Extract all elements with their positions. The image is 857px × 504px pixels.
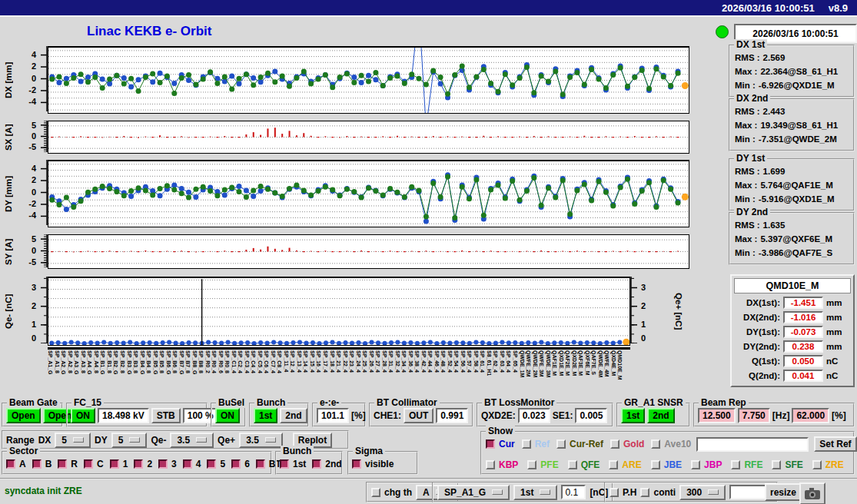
chart-qe-yaxis-right: Qe+ [nC]3210: [630, 277, 699, 346]
sector-B-checkbox[interactable]: [32, 459, 42, 469]
bpm-label: SP_52_4: [447, 350, 453, 373]
sector-5-checkbox[interactable]: [207, 459, 216, 469]
range-qep-dropdown[interactable]: 3.5: [239, 433, 283, 448]
bpm-label: SP_B8_G: [192, 350, 198, 375]
show-PFE-checkbox[interactable]: [527, 460, 536, 469]
bpm-label: SP_23_4: [349, 350, 354, 373]
sector-1: 1: [110, 459, 128, 469]
ph-checkbox[interactable]: [610, 488, 619, 497]
bunch-select-2nd-checkbox[interactable]: [312, 459, 321, 469]
chart-qe-plot-area: [48, 277, 630, 346]
sp-bunch-dropdown[interactable]: 1st: [513, 485, 557, 500]
show-JBE-checkbox[interactable]: [651, 460, 660, 469]
bpm-label: SP_C1_4: [231, 350, 237, 373]
chart-sy-svg: [48, 235, 689, 268]
bunch-2nd-button[interactable]: 2nd: [280, 408, 307, 423]
conti-checkbox[interactable]: [640, 488, 649, 497]
stat-row: Max :22.364@S8_61_H1: [730, 65, 853, 78]
beam-gate-open-button-1[interactable]: Open: [6, 408, 41, 423]
bpm-label: SP_65_4: [513, 350, 518, 373]
bpm-label: SP_B7_G: [179, 350, 184, 375]
bpm-readout-value: 0.238: [783, 340, 823, 353]
show-ARE-checkbox[interactable]: [609, 460, 618, 469]
group-bunch: Bunch 1st 2nd: [249, 403, 309, 427]
fc15-stb-button[interactable]: STB: [151, 408, 181, 423]
busel-on-button[interactable]: ON: [215, 408, 240, 423]
range-dy-dropdown[interactable]: 5: [111, 433, 148, 448]
chart-sx-ytick: -5: [13, 142, 36, 152]
group-busel-title: BuSel: [216, 397, 247, 408]
dropdown-dash-icon: [540, 489, 550, 495]
sector-BT-checkbox[interactable]: [256, 459, 265, 469]
show-SFE: SFE: [772, 459, 802, 470]
chart-dy-ytick: -4: [13, 211, 36, 220]
bpm-label: QWFE_2M: [526, 350, 531, 377]
bpm-label: QXF6E_M: [585, 350, 590, 376]
bunch-1st-button[interactable]: 1st: [254, 408, 277, 423]
stat-row: Max :5.764@QAF1E_M: [730, 178, 853, 192]
show-SFE-checkbox[interactable]: [772, 460, 781, 469]
points-dropdown[interactable]: 300: [679, 485, 726, 500]
threshold-input[interactable]: [561, 485, 586, 499]
sector-R-checkbox[interactable]: [58, 459, 67, 469]
sector-2-checkbox[interactable]: [134, 459, 143, 469]
show-Ref-checkbox[interactable]: [522, 439, 531, 449]
bpm-label: SP_13_4: [297, 350, 302, 373]
bunch-select-1st-checkbox[interactable]: [280, 459, 289, 469]
sector-4-checkbox[interactable]: [183, 459, 192, 469]
gr-a1-2nd-button[interactable]: 2nd: [647, 408, 674, 423]
show-KBP-checkbox[interactable]: [486, 460, 495, 469]
show-Cur-checkbox[interactable]: [486, 439, 495, 449]
chart-qe-ytick-right: 1: [641, 320, 664, 330]
ref-file-input[interactable]: [696, 437, 809, 452]
sector-3-checkbox[interactable]: [158, 459, 168, 469]
chg-th-checkbox[interactable]: [371, 488, 380, 497]
titlebar-version: v8.9: [829, 2, 848, 14]
titlebar-datetime: 2026/03/16 10:00:51: [722, 2, 815, 14]
bpm-label: SP_17_4: [323, 350, 328, 373]
bpm-label: SP_R0_2: [205, 350, 211, 373]
range-qem-dropdown[interactable]: 3.5: [170, 433, 214, 448]
screenshot-button[interactable]: [799, 482, 825, 504]
sector-C-checkbox[interactable]: [84, 459, 93, 469]
sp-monitor-dropdown[interactable]: SP_A1_G: [437, 485, 510, 500]
chart-dx-ytick: 0: [13, 74, 36, 84]
show-RFE-checkbox[interactable]: [731, 460, 740, 469]
chart-qe-svg: [48, 278, 629, 345]
show-ARE-label: ARE: [622, 459, 641, 470]
chart-qe-ytick: 0: [13, 333, 36, 343]
resize-button[interactable]: resize: [765, 483, 802, 501]
sector-1-label: 1: [123, 459, 128, 469]
show-ZRE-checkbox[interactable]: [812, 460, 822, 469]
sigma-visible-checkbox[interactable]: [352, 459, 361, 469]
bpm-readout-row: Q(2nd):0.041nC: [734, 368, 851, 383]
bpm-label: SP_12_4: [290, 350, 295, 373]
show-QFE-checkbox[interactable]: [568, 460, 577, 469]
stat-group-title: DX 2nd: [734, 93, 770, 104]
gr-a1-1st-button[interactable]: 1st: [621, 408, 645, 423]
status-led-icon: [716, 25, 729, 38]
range-dx-dropdown[interactable]: 5: [55, 433, 91, 448]
show-Gold-checkbox[interactable]: [610, 439, 619, 449]
group-bt-collimator-title: BT Collimator: [374, 397, 440, 408]
bpm-readout-title: QMD10E_M: [734, 278, 851, 293]
fc15-on-button[interactable]: ON: [71, 408, 95, 423]
show-Cur-Ref-checkbox[interactable]: [556, 439, 566, 449]
chart-dx-ytick: -2: [13, 85, 36, 95]
sector-1-checkbox[interactable]: [110, 459, 119, 469]
ee-ratio-value: 101.1: [317, 408, 349, 423]
set-ref-button[interactable]: Set Ref: [814, 436, 856, 452]
bpm-label: SP_C5_4: [257, 350, 263, 373]
show-Cur-Ref-label: Cur-Ref: [570, 439, 603, 449]
se1-value: 0.005: [575, 408, 607, 423]
show-Ave10-checkbox[interactable]: [651, 439, 660, 449]
sector-A-checkbox[interactable]: [6, 459, 15, 469]
group-bunch-select: Bunch 1st2nd: [275, 451, 343, 475]
group-beam-rep-title: Beam Rep: [699, 397, 749, 408]
bpm-label: SP_C6_4: [264, 350, 269, 373]
che1-out-button[interactable]: OUT: [404, 408, 433, 423]
show-JBP-checkbox[interactable]: [691, 460, 700, 469]
dropdown-dash-icon: [708, 489, 719, 495]
chart-sx-ytick: 5: [13, 121, 36, 131]
sector-6-checkbox[interactable]: [231, 459, 241, 469]
